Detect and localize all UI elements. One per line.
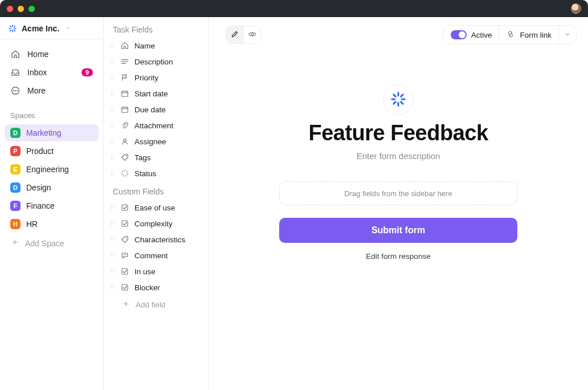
workspace-name: Acme Inc. [22, 24, 59, 33]
custom-field-characteristics[interactable]: Characteristics [107, 231, 205, 247]
task-field-tags[interactable]: Tags [107, 149, 205, 165]
main: Active Form link Feature Feedback Enter … [209, 17, 588, 390]
tag-icon [120, 234, 130, 245]
tag-icon [120, 152, 130, 162]
form-builder: Feature Feedback Enter form description … [209, 84, 588, 261]
drag-handle-icon[interactable] [109, 235, 115, 243]
eye-icon [248, 30, 257, 40]
space-letter-icon: E [10, 164, 21, 174]
flag-icon [120, 72, 130, 83]
lines-icon [120, 56, 130, 67]
checkbox-icon [120, 266, 130, 277]
task-field-due-date[interactable]: Due date [107, 101, 205, 117]
home-icon [10, 49, 21, 59]
add-field-button[interactable]: Add field [107, 295, 205, 314]
custom-field-comment[interactable]: Comment [107, 247, 205, 263]
drag-handle-icon[interactable] [109, 169, 115, 177]
chevron-down-icon [65, 25, 71, 32]
field-label: In use [134, 267, 156, 276]
space-item-hr[interactable]: HHR [5, 216, 99, 233]
fields-dropzone[interactable]: Drag fields from the sidebar here [279, 181, 517, 205]
edit-mode-button[interactable] [226, 26, 243, 43]
field-label: Priority [134, 74, 158, 82]
window-minimize-icon[interactable] [18, 6, 24, 12]
custom-field-ease-of-use[interactable]: Ease of use [107, 200, 205, 216]
task-field-priority[interactable]: Priority [107, 70, 205, 86]
add-space-button[interactable]: Add Space [0, 234, 103, 253]
pencil-icon [230, 30, 239, 40]
active-label: Active [471, 31, 492, 39]
form-title[interactable]: Feature Feedback [308, 121, 488, 145]
drag-handle-icon[interactable] [109, 204, 115, 212]
custom-field-in-use[interactable]: In use [107, 263, 205, 279]
field-label: Blocker [134, 283, 160, 292]
nav-more[interactable]: More [5, 82, 99, 100]
task-field-attachment[interactable]: Attachment [107, 117, 205, 133]
add-space-label: Add Space [25, 239, 64, 248]
space-item-engineering[interactable]: EEngineering [5, 161, 99, 178]
nav-label: Inbox [27, 68, 47, 77]
window-zoom-icon[interactable] [28, 6, 35, 12]
active-toggle[interactable]: Active [444, 26, 499, 44]
avatar[interactable] [571, 3, 581, 14]
space-label: Design [26, 183, 51, 192]
space-item-finance[interactable]: FFinance [5, 197, 99, 214]
drag-handle-icon[interactable] [109, 105, 115, 113]
workspace-switcher[interactable]: Acme Inc. [0, 17, 103, 39]
inbox-badge: 9 [81, 68, 93, 76]
field-label: Due date [134, 105, 166, 114]
drag-handle-icon[interactable] [109, 283, 115, 291]
calendar-icon [120, 104, 130, 115]
drag-handle-icon[interactable] [109, 90, 115, 98]
space-letter-icon: P [10, 146, 21, 156]
drag-handle-icon[interactable] [109, 251, 115, 259]
field-label: Tags [134, 153, 151, 162]
space-item-product[interactable]: PProduct [5, 143, 99, 160]
checkbox-icon [120, 202, 130, 213]
nav-inbox[interactable]: Inbox 9 [5, 63, 99, 82]
task-field-name[interactable]: Name [107, 38, 205, 54]
task-field-assignee[interactable]: Assignee [107, 133, 205, 149]
add-field-label: Add field [136, 300, 166, 309]
drag-handle-icon[interactable] [109, 153, 115, 161]
nav-home[interactable]: Home [5, 45, 99, 63]
checkbox-icon [120, 282, 130, 292]
drag-handle-icon[interactable] [109, 74, 115, 82]
drag-handle-icon[interactable] [109, 137, 115, 145]
space-letter-icon: H [10, 219, 21, 229]
burst-icon [390, 91, 407, 109]
form-settings-more[interactable] [558, 26, 576, 44]
custom-field-complexity[interactable]: Complexity [107, 216, 205, 231]
custom-field-blocker[interactable]: Blocker [107, 279, 205, 295]
drag-handle-icon[interactable] [109, 42, 115, 50]
space-item-design[interactable]: DDesign [5, 179, 99, 196]
task-field-status[interactable]: Status [107, 165, 205, 181]
task-field-start-date[interactable]: Start date [107, 86, 205, 101]
drag-handle-icon[interactable] [109, 58, 115, 66]
field-label: Comment [134, 251, 168, 260]
space-item-marketing[interactable]: DMarketing [5, 124, 99, 141]
drag-handle-icon[interactable] [109, 220, 115, 228]
custom-fields-header: Custom Fields [107, 187, 205, 200]
task-field-description[interactable]: Description [107, 54, 205, 70]
window-close-icon[interactable] [7, 6, 13, 12]
field-label: Attachment [134, 121, 173, 130]
field-label: Description [134, 58, 173, 66]
drag-handle-icon[interactable] [109, 267, 115, 275]
form-description-placeholder[interactable]: Enter form description [357, 151, 440, 161]
form-link-button[interactable]: Form link [499, 26, 558, 44]
toggle-on-icon [451, 30, 467, 39]
edit-form-response-link[interactable]: Edit form response [366, 252, 430, 261]
field-label: Complexity [134, 220, 173, 228]
form-link-label: Form link [520, 31, 552, 39]
calendar-icon [120, 88, 130, 99]
view-mode-toggle [226, 26, 261, 44]
dashed-circle-icon [120, 168, 130, 178]
submit-form-button[interactable]: Submit form [279, 218, 517, 243]
form-logo[interactable] [383, 84, 414, 115]
preview-mode-button[interactable] [243, 26, 260, 43]
plus-icon [122, 300, 130, 310]
home-icon [120, 40, 130, 51]
workspace-logo-icon [8, 24, 17, 33]
drag-handle-icon[interactable] [109, 121, 115, 129]
